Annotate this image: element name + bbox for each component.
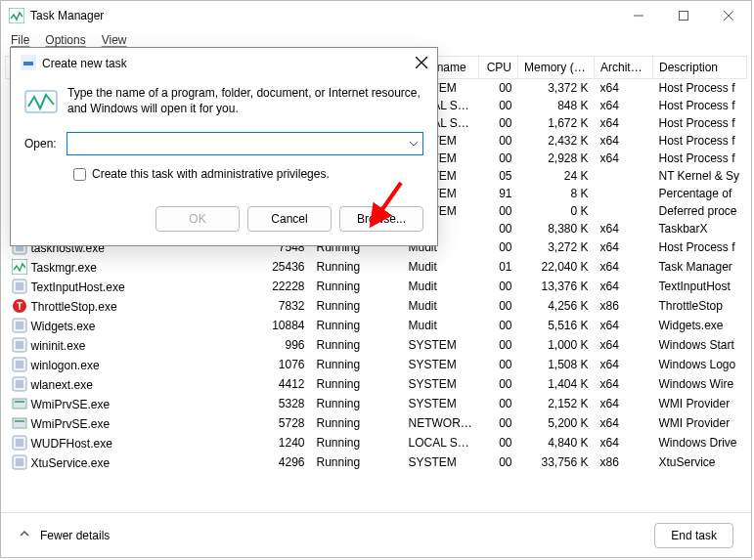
- cell-cpu: 00: [479, 132, 518, 150]
- cell-memory: 3,372 K: [518, 79, 595, 98]
- cell-memory: 2,152 K: [518, 394, 595, 413]
- col-cpu[interactable]: CPU: [479, 57, 518, 79]
- svg-rect-9: [16, 282, 23, 290]
- task-manager-icon: [9, 8, 24, 23]
- cell-desc: Task Manager: [653, 257, 747, 277]
- cell-arch: x86: [595, 452, 653, 472]
- svg-rect-25: [16, 439, 23, 447]
- cell-desc: Host Process f: [653, 97, 747, 114]
- cell-arch: x64: [595, 220, 653, 237]
- cell-name: WmiPrvSE.exe: [6, 413, 260, 433]
- cell-status: Running: [311, 316, 403, 335]
- chevron-down-icon[interactable]: [405, 133, 422, 154]
- svg-rect-2: [680, 12, 688, 21]
- cell-desc: Deferred proce: [653, 202, 747, 220]
- col-memory[interactable]: Memory (a...: [518, 57, 595, 79]
- cell-desc: TaskbarX: [653, 220, 747, 237]
- cell-status: Running: [311, 335, 403, 355]
- table-row[interactable]: WmiPrvSE.exe5328RunningSYSTEM002,152 Kx6…: [6, 394, 747, 413]
- cell-user: SYSTEM: [403, 452, 479, 472]
- table-row[interactable]: wininit.exe996RunningSYSTEM001,000 Kx64W…: [6, 335, 747, 355]
- ok-button[interactable]: OK: [155, 206, 240, 232]
- cell-user: NETWORK...: [403, 413, 479, 433]
- table-row[interactable]: wlanext.exe4412RunningSYSTEM001,404 Kx64…: [6, 374, 747, 394]
- cell-memory: 3,272 K: [518, 237, 595, 257]
- svg-rect-20: [13, 399, 26, 409]
- col-desc[interactable]: Description: [653, 57, 747, 79]
- cell-cpu: 00: [479, 394, 518, 413]
- svg-rect-23: [15, 420, 24, 422]
- cell-memory: 4,840 K: [518, 433, 595, 452]
- open-input[interactable]: [67, 137, 405, 151]
- cell-memory: 0 K: [518, 202, 595, 220]
- process-icon: [12, 415, 27, 431]
- cell-arch: x64: [595, 277, 653, 296]
- table-row[interactable]: XtuService.exe4296RunningSYSTEM0033,756 …: [6, 452, 747, 472]
- cell-pid: 7832: [260, 296, 311, 316]
- cell-arch: [595, 202, 653, 220]
- table-row[interactable]: WUDFHost.exe1240RunningLOCAL SE...004,84…: [6, 433, 747, 452]
- cell-desc: Windows Logo: [653, 355, 747, 374]
- menu-options[interactable]: Options: [45, 33, 85, 47]
- cell-arch: x64: [595, 97, 653, 114]
- table-row[interactable]: TThrottleStop.exe7832RunningMudit004,256…: [6, 296, 747, 316]
- cell-pid: 996: [260, 335, 311, 355]
- close-button[interactable]: [706, 1, 751, 30]
- cell-cpu: 00: [479, 433, 518, 452]
- cell-desc: WMI Provider: [653, 394, 747, 413]
- cell-pid: 4412: [260, 374, 311, 394]
- run-dialog-icon: [24, 85, 58, 118]
- browse-button[interactable]: Browse...: [339, 206, 423, 232]
- table-row[interactable]: TextInputHost.exe22228RunningMudit0013,3…: [6, 277, 747, 296]
- table-row[interactable]: WmiPrvSE.exe5728RunningNETWORK...005,200…: [6, 413, 747, 433]
- cell-cpu: 00: [479, 296, 518, 316]
- table-row[interactable]: Taskmgr.exe25436RunningMudit0122,040 Kx6…: [6, 257, 747, 277]
- cell-status: Running: [311, 394, 403, 413]
- cell-arch: x64: [595, 79, 653, 98]
- open-combobox[interactable]: [67, 132, 423, 155]
- cell-arch: x64: [595, 394, 653, 413]
- col-arch[interactable]: Archite...: [595, 57, 653, 79]
- cell-memory: 1,404 K: [518, 374, 595, 394]
- cell-status: Running: [311, 257, 403, 277]
- table-row[interactable]: winlogon.exe1076RunningSYSTEM001,508 Kx6…: [6, 355, 747, 374]
- cell-memory: 848 K: [518, 97, 595, 114]
- cell-status: Running: [311, 277, 403, 296]
- titlebar[interactable]: Task Manager: [1, 1, 751, 30]
- menu-file[interactable]: File: [11, 33, 29, 47]
- cell-memory: 8,380 K: [518, 220, 595, 237]
- admin-privileges-checkbox[interactable]: [73, 168, 86, 181]
- end-task-button[interactable]: End task: [654, 523, 733, 548]
- cell-cpu: 00: [479, 114, 518, 132]
- fewer-details-toggle[interactable]: Fewer details: [19, 528, 110, 542]
- cell-cpu: 00: [479, 374, 518, 394]
- cell-desc: NT Kernel & Sy: [653, 167, 747, 185]
- maximize-button[interactable]: [661, 1, 706, 30]
- cell-cpu: 00: [479, 97, 518, 114]
- svg-rect-22: [13, 418, 26, 428]
- cell-user: Mudit: [403, 316, 479, 335]
- dialog-close-button[interactable]: [416, 57, 427, 71]
- dialog-title: Create new task: [42, 57, 127, 70]
- cell-cpu: 91: [479, 185, 518, 202]
- cancel-button[interactable]: Cancel: [247, 206, 332, 232]
- cell-pid: 22228: [260, 277, 311, 296]
- menu-view[interactable]: View: [102, 33, 127, 47]
- svg-rect-17: [16, 361, 23, 368]
- cell-arch: x64: [595, 316, 653, 335]
- minimize-button[interactable]: [616, 1, 661, 30]
- cell-arch: x64: [595, 374, 653, 394]
- cell-memory: 13,376 K: [518, 277, 595, 296]
- table-row[interactable]: Widgets.exe10884RunningMudit005,516 Kx64…: [6, 316, 747, 335]
- cell-pid: 5328: [260, 394, 311, 413]
- fewer-details-label: Fewer details: [40, 529, 110, 542]
- cell-memory: 22,040 K: [518, 257, 595, 277]
- process-icon: [12, 396, 27, 411]
- footer: Fewer details End task: [1, 512, 751, 557]
- cell-memory: 1,672 K: [518, 114, 595, 132]
- dialog-titlebar[interactable]: Create new task: [11, 48, 437, 79]
- chevron-up-icon: [19, 528, 30, 542]
- cell-cpu: 00: [479, 220, 518, 237]
- cell-status: Running: [311, 413, 403, 433]
- cell-desc: Host Process f: [653, 150, 747, 167]
